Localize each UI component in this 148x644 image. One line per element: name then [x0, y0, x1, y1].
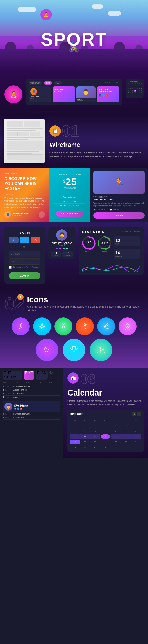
fcal-27[interactable]: 27	[90, 445, 100, 450]
full-cal-grid: SU MO TU WE TH FR SA 1 2 3 4 5 6 7 8 9	[70, 418, 141, 450]
cal-cell-11[interactable]: 11	[127, 90, 129, 92]
cal-cell-29[interactable]: 29	[136, 94, 138, 96]
cal-cell-16[interactable]: 16	[138, 90, 140, 92]
fcal-20[interactable]: 20	[90, 440, 100, 444]
wday-tue: TUE	[14, 381, 25, 383]
cal-cell-12[interactable]: 12	[129, 90, 131, 92]
cal-prev-button[interactable]: ‹	[132, 412, 136, 416]
tab-study[interactable]: THE STUDY	[29, 81, 42, 84]
cal-cell-14-today[interactable]: 14	[134, 90, 136, 92]
cal-cell-8[interactable]: 8	[136, 87, 138, 89]
remember-checkbox[interactable]	[9, 266, 12, 269]
username-input[interactable]	[9, 251, 41, 257]
fcal-17[interactable]: 17	[131, 434, 141, 439]
cal-cell-15[interactable]: 15	[136, 90, 138, 92]
sched-social-tw[interactable]: t	[17, 408, 19, 410]
trainer-date: 📅 28 June 2017 🕐 6:00 pm	[93, 208, 145, 210]
cal-cell-2[interactable]: 2	[138, 85, 140, 87]
google-login-button[interactable]: G	[31, 237, 41, 243]
password-input[interactable]	[9, 258, 41, 265]
fcal-16[interactable]: 16	[121, 434, 131, 439]
cal-cell-30[interactable]: 30	[138, 94, 140, 96]
fcal-24[interactable]: 24	[131, 440, 141, 444]
sprint-arrow-icon[interactable]: ›	[39, 212, 45, 218]
cal-cell-13[interactable]: 13	[132, 90, 134, 92]
sprint-author: 👤 JOSH PETERSON London, UK ›	[5, 212, 45, 218]
cal-cell-1[interactable]: 1	[136, 85, 138, 87]
stephen-kim-name: STEPHEN KIM	[99, 91, 118, 93]
fcal-19[interactable]: 19	[80, 440, 90, 444]
fcal-4[interactable]: 4	[70, 429, 80, 434]
fcal-3[interactable]: 3	[131, 423, 141, 428]
fcal-7[interactable]: 7	[100, 429, 110, 434]
stat-badge-2: 14 workouts	[114, 249, 140, 259]
person-stat-2: 12 Weight	[62, 251, 73, 257]
tab-bike[interactable]: BIKE	[44, 81, 52, 84]
profile-cards: 👤 JANE DANES 30 min AEROBIC DANCE 👨 BODY…	[29, 86, 119, 102]
fcal-11[interactable]: 11	[70, 434, 80, 439]
activity-value: 24.5	[86, 241, 91, 244]
cal-cell-25[interactable]: 25	[127, 94, 129, 96]
fcal-1[interactable]: 1	[111, 423, 121, 428]
tab-plan[interactable]: PLAN	[54, 81, 62, 84]
fcal-9[interactable]: 9	[121, 429, 131, 434]
cal-cell-17[interactable]: 17	[141, 90, 143, 92]
fcal-18[interactable]: 18	[70, 440, 80, 444]
cal-cell-9[interactable]: 9	[138, 87, 140, 89]
fcal-22[interactable]: 22	[111, 440, 121, 444]
cal-cell-27[interactable]: 27	[132, 94, 134, 96]
fcal-21[interactable]: 21	[100, 440, 110, 444]
dashboard-preview-section: 🧘 THE STUDY BIKE PLAN 25 JUNE - 12 JULY …	[0, 72, 148, 114]
cal-cell-18[interactable]: 18	[127, 92, 129, 94]
cal-cell-22[interactable]: 22	[136, 92, 138, 94]
cal-dash-tab-1[interactable]: THE STUDY	[3, 370, 23, 380]
cal-dash-tab-3[interactable]: PLAN	[36, 370, 48, 380]
fcal-6[interactable]: 6	[90, 429, 100, 434]
fcal-30[interactable]: 30	[121, 445, 131, 450]
cal-cell-20[interactable]: 20	[132, 92, 134, 94]
sched-social-gg[interactable]: G	[20, 408, 22, 410]
cal-cell-4[interactable]: 4	[127, 87, 129, 89]
fcal-29[interactable]: 29	[111, 445, 121, 450]
cal-next-button[interactable]: ›	[137, 412, 141, 416]
cal-cell-5[interactable]: 5	[129, 87, 131, 89]
sched-social-fb[interactable]: f	[14, 408, 17, 410]
social-fb[interactable]: f	[99, 94, 101, 96]
fcal-26[interactable]: 26	[80, 445, 90, 450]
cal-dash-tab-2[interactable]: BIKE	[24, 370, 34, 380]
cal-cell-3[interactable]: 3	[141, 85, 143, 87]
cal-cell-7[interactable]: 7	[134, 87, 136, 89]
twitter-login-button[interactable]: t	[20, 237, 30, 243]
cal-cell-28[interactable]: 28	[134, 94, 136, 96]
fcal-23[interactable]: 23	[121, 440, 131, 444]
cal-cell-21[interactable]: 21	[134, 92, 136, 94]
login-button[interactable]: LOGIN	[9, 272, 41, 279]
social-gg[interactable]: G	[105, 94, 108, 96]
fcal-2[interactable]: 2	[121, 423, 131, 428]
facebook-login-button[interactable]: f	[9, 237, 19, 243]
cal-cell-19[interactable]: 19	[129, 92, 131, 94]
wireframe-number: 01	[62, 123, 79, 139]
get-started-button[interactable]: GET STARTED	[56, 210, 83, 216]
fitness-icon-circle: 🧘	[5, 85, 23, 103]
fcal-25[interactable]: 25	[70, 445, 80, 450]
fcal-10[interactable]: 10	[131, 429, 141, 434]
cal-cell-23[interactable]: 23	[138, 92, 140, 94]
fcal-15[interactable]: 15	[111, 434, 121, 439]
fcal-5[interactable]: 5	[80, 429, 90, 434]
fcal-12[interactable]: 12	[80, 434, 90, 439]
trainer-price-button[interactable]: $75.99	[93, 212, 145, 219]
fcal-13[interactable]: 13	[90, 434, 100, 439]
fcal-28[interactable]: 28	[100, 445, 110, 450]
cal-cell-24[interactable]: 24	[141, 92, 143, 94]
cal-cell-empty3	[132, 85, 134, 87]
icons-row-1	[5, 318, 143, 335]
social-tw[interactable]: t	[102, 94, 105, 96]
fcal-8[interactable]: 8	[111, 429, 121, 434]
cal-cell-10[interactable]: 10	[141, 87, 143, 89]
fcal-14-today[interactable]: 14	[100, 434, 110, 439]
forgot-password-link[interactable]: Forgot Password?	[26, 266, 41, 269]
cal-cell-26[interactable]: 26	[129, 94, 131, 96]
cal-cell-6[interactable]: 6	[132, 87, 134, 89]
icons-row-2	[5, 339, 143, 361]
